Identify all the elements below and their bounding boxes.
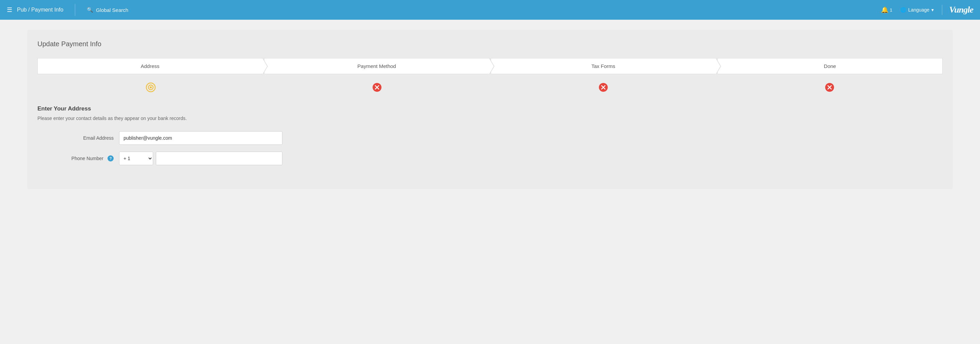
step-icon-tax [490, 79, 716, 95]
header: ☰ Pub / Payment Info 🔍 Global Search 🔔 1… [0, 0, 980, 20]
notification-area[interactable]: 🔔 1 [881, 6, 892, 14]
phone-help-icon[interactable]: ? [108, 155, 114, 162]
error-step-icon-payment [372, 82, 382, 92]
hamburger-icon[interactable]: ☰ [7, 6, 12, 14]
step-icon-done [716, 79, 943, 95]
phone-number-input[interactable] [156, 152, 282, 165]
email-field[interactable] [119, 131, 282, 145]
step-tax-forms[interactable]: Tax Forms [491, 58, 716, 74]
step-icon-address [37, 79, 264, 95]
vungle-logo: Vungle [942, 5, 973, 15]
search-icon: 🔍 [87, 7, 93, 13]
progress-steps: Address Payment Method Tax Forms Done [37, 58, 943, 74]
svg-point-2 [150, 86, 152, 89]
main-content: Update Payment Info Address Payment Meth… [0, 20, 980, 199]
step-payment-method[interactable]: Payment Method [264, 58, 489, 74]
card-title: Update Payment Info [37, 40, 943, 48]
step-icons [37, 79, 943, 95]
step-icon-payment [264, 79, 490, 95]
active-step-icon [146, 82, 156, 92]
bell-icon: 🔔 [881, 6, 888, 14]
language-label: Language [908, 7, 929, 13]
language-selector[interactable]: 🌐 Language ▾ [900, 7, 934, 13]
notification-count: 1 [890, 8, 892, 13]
header-right: 🔔 1 🌐 Language ▾ Vungle [881, 5, 973, 15]
payment-info-card: Update Payment Info Address Payment Meth… [27, 30, 953, 189]
header-left: ☰ Pub / Payment Info 🔍 Global Search [7, 4, 128, 16]
step-done[interactable]: Done [717, 58, 943, 74]
phone-form-row: Phone Number ? + 1 [37, 152, 943, 165]
email-label: Email Address [58, 135, 119, 141]
header-title: Pub / Payment Info [17, 7, 63, 13]
phone-label-container: Phone Number ? [58, 155, 119, 162]
step-address[interactable]: Address [37, 58, 263, 74]
search-label: Global Search [96, 7, 128, 13]
form-section-desc: Please enter your contact details as the… [37, 116, 943, 121]
form-section-title: Enter Your Address [37, 105, 943, 112]
phone-label: Phone Number [72, 156, 105, 161]
phone-input-group: + 1 [119, 152, 282, 165]
globe-icon: 🌐 [900, 7, 906, 13]
email-form-row: Email Address [37, 131, 943, 145]
global-search-button[interactable]: 🔍 Global Search [87, 7, 128, 13]
error-step-icon-tax [598, 82, 608, 92]
header-divider [75, 4, 75, 16]
error-step-icon-done [824, 82, 835, 92]
chevron-down-icon: ▾ [931, 7, 934, 13]
phone-country-code-select[interactable]: + 1 [119, 152, 153, 165]
